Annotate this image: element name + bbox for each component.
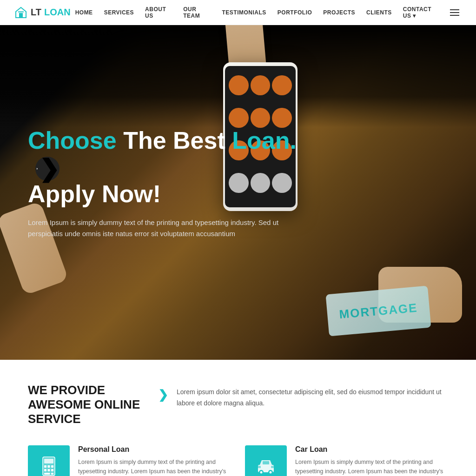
phone-btn bbox=[229, 108, 249, 128]
personal-loan-icon-box bbox=[28, 445, 70, 476]
car-loan-icon-box bbox=[245, 445, 287, 476]
logo[interactable]: LT LOAN bbox=[14, 6, 71, 20]
nav-home[interactable]: HOME bbox=[71, 7, 98, 19]
personal-loan-title: Personal Loan bbox=[78, 445, 231, 454]
services-heading: WE PROVIDE AWESOME ONLINE SERVICE bbox=[28, 383, 158, 427]
hero-section: MORTGAGE Choose The Best Loan. ❯ Apply N… bbox=[0, 25, 476, 360]
services-description: Lorem ipsum dolor sit amet, consectetur … bbox=[177, 383, 448, 409]
hero-content: Choose The Best Loan. ❯ Apply Now! Lorem… bbox=[28, 127, 330, 240]
phone-btn bbox=[229, 75, 249, 95]
svg-rect-21 bbox=[271, 466, 274, 468]
svg-point-18 bbox=[270, 471, 272, 473]
services-heading-block: WE PROVIDE AWESOME ONLINE SERVICE bbox=[28, 383, 158, 427]
header: LT LOAN HOME SERVICES ABOUT US OUR TEAM … bbox=[0, 0, 476, 25]
logo-icon bbox=[14, 6, 28, 20]
svg-rect-6 bbox=[44, 465, 46, 468]
phone-btn bbox=[272, 75, 292, 95]
hero-title-line2: Apply Now! bbox=[28, 181, 330, 207]
personal-loan-text: Personal Loan Lorem Ipsum is simply dumm… bbox=[78, 445, 231, 476]
service-cards: Personal Loan Lorem Ipsum is simply dumm… bbox=[28, 445, 448, 476]
car-loan-title: Car Loan bbox=[295, 445, 448, 454]
chevron-right-icon bbox=[35, 163, 39, 174]
nav-projects[interactable]: PROJECTS bbox=[318, 7, 360, 19]
mortgage-card: MORTGAGE bbox=[325, 286, 431, 337]
nav-portfolio[interactable]: PORTFOLIO bbox=[273, 7, 317, 19]
svg-rect-10 bbox=[48, 469, 50, 471]
hero-title-loan: Loan. bbox=[232, 127, 297, 154]
hero-title-the-best: The Best bbox=[123, 127, 232, 154]
logo-text-lt: LT bbox=[31, 7, 41, 18]
svg-rect-8 bbox=[51, 465, 53, 468]
svg-rect-19 bbox=[263, 461, 269, 464]
logo-text-loan: LOAN bbox=[44, 7, 71, 18]
car-loan-description: Lorem Ipsum is simply dummy text of the … bbox=[295, 457, 448, 476]
services-top: WE PROVIDE AWESOME ONLINE SERVICE ❯ Lore… bbox=[28, 383, 448, 427]
svg-rect-7 bbox=[48, 465, 50, 468]
nav-about[interactable]: ABOUT US bbox=[140, 3, 177, 22]
phone-btn bbox=[251, 75, 271, 95]
services-section: WE PROVIDE AWESOME ONLINE SERVICE ❯ Lore… bbox=[0, 360, 476, 476]
service-card-personal-loan: Personal Loan Lorem Ipsum is simply dumm… bbox=[28, 445, 231, 476]
svg-rect-3 bbox=[18, 11, 24, 13]
car-loan-icon bbox=[254, 455, 278, 476]
hero-title-choose: Choose bbox=[28, 127, 117, 154]
nav-testimonials[interactable]: TESTIMONIALS bbox=[217, 7, 271, 19]
svg-rect-2 bbox=[19, 13, 23, 18]
svg-rect-13 bbox=[51, 473, 53, 475]
personal-loan-description: Lorem Ipsum is simply dummy text of the … bbox=[78, 457, 231, 476]
nav-clients[interactable]: CLIENTS bbox=[362, 7, 397, 19]
car-loan-text: Car Loan Lorem Ipsum is simply dummy tex… bbox=[295, 445, 448, 476]
svg-rect-11 bbox=[51, 469, 53, 471]
nav-services[interactable]: SERVICES bbox=[99, 7, 139, 19]
svg-rect-5 bbox=[44, 459, 53, 463]
nav-contact[interactable]: CONTACT US ▾ bbox=[398, 3, 445, 22]
svg-point-16 bbox=[260, 471, 263, 473]
main-nav: HOME SERVICES ABOUT US OUR TEAM TESTIMON… bbox=[71, 3, 462, 22]
nav-team[interactable]: OUR TEAM bbox=[178, 3, 215, 22]
hamburger-menu[interactable] bbox=[447, 7, 462, 19]
hero-title-line1: Choose The Best Loan. ❯ bbox=[28, 127, 330, 181]
service-card-car-loan: Car Loan Lorem Ipsum is simply dummy tex… bbox=[245, 445, 448, 476]
svg-rect-9 bbox=[44, 469, 46, 471]
personal-loan-icon bbox=[37, 455, 60, 476]
phone-btn bbox=[251, 108, 271, 128]
services-arrow-icon: ❯ bbox=[158, 383, 177, 402]
hero-arrow-button[interactable]: ❯ bbox=[35, 157, 60, 181]
svg-rect-20 bbox=[258, 466, 261, 468]
svg-rect-12 bbox=[44, 473, 50, 475]
phone-btn bbox=[272, 108, 292, 128]
hero-description: Lorem Ipsum is simply dummy text of the … bbox=[28, 217, 298, 240]
